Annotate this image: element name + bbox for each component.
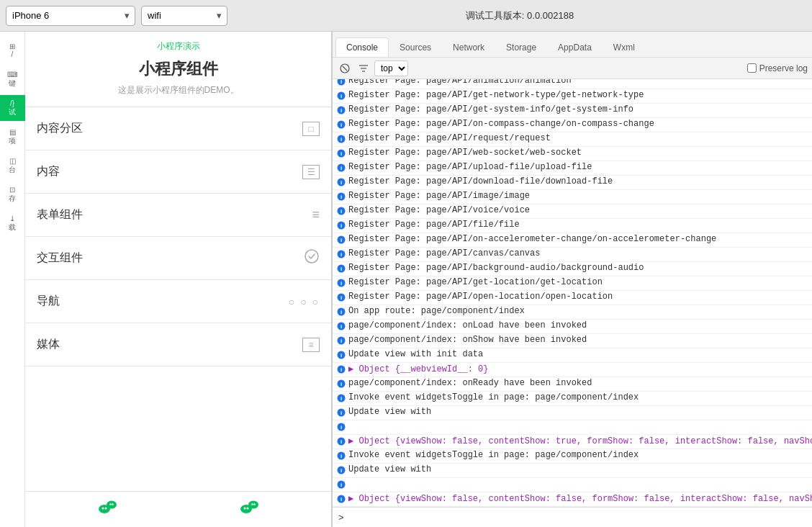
menu-item-icon-5: ≡ [302, 338, 320, 352]
console-text-6: Register Page: page/API/on-compass-chang… [348, 119, 808, 129]
app-title-large: 小程序组件 [37, 58, 320, 80]
console-line-23[interactable]: i▶ Object {__webviewId__: 0} [333, 363, 812, 377]
svg-point-3 [105, 507, 107, 509]
sidebar-icon-2: /} [10, 99, 14, 107]
sidebar-item-1[interactable]: ⌨ 键 [0, 66, 25, 92]
filter-icon[interactable] [356, 60, 371, 76]
console-info-icon-24: i [337, 379, 346, 390]
tab-sources[interactable]: Sources [389, 37, 442, 57]
sidebar-item-5[interactable]: ⊡ 存 [0, 181, 25, 207]
console-info-icon-16: i [337, 264, 346, 275]
svg-text:i: i [340, 208, 342, 215]
preserve-log-label: Preserve log [759, 63, 808, 73]
app-content: 小程序演示 小程序组件 这是展示小程序组件的DEMO。 内容分区 □ 内容 ☰ … [25, 32, 331, 527]
phone-panel: ⊞ / ⌨ 键 /} 试 ▤ 项 ◫ 台 ⊡ 存 [0, 32, 331, 527]
wechat-icon-right[interactable] [239, 497, 259, 522]
menu-list: 内容分区 □ 内容 ☰ 表单组件 ≡ 交互组件 [25, 107, 331, 491]
console-line-19: iOn app route: page/component/index [333, 305, 812, 320]
filter-select[interactable]: top all [374, 60, 408, 76]
svg-point-0 [305, 250, 318, 263]
svg-text:i: i [340, 424, 342, 431]
console-info-icon-8: i [337, 149, 346, 160]
svg-point-6 [112, 503, 114, 505]
console-text-4: Register Page: page/API/get-network-type… [348, 90, 808, 100]
svg-text:i: i [340, 496, 342, 503]
console-text-24: page/component/index: onReady have been … [348, 378, 808, 388]
console-line-17: iRegister Page: page/API/get-location/ge… [333, 276, 812, 291]
menu-item-0[interactable]: 内容分区 □ [25, 107, 331, 150]
main-area: ⊞ / ⌨ 键 /} 试 ▤ 项 ◫ 台 ⊡ 存 [0, 32, 812, 527]
console-info-icon-13: i [337, 221, 346, 232]
svg-text:i: i [340, 222, 342, 229]
console-line-28[interactable]: i▶ Object {viewShow: false, contentShow:… [333, 435, 812, 449]
tab-appdata[interactable]: AppData [547, 37, 603, 57]
console-line-24: ipage/component/index: onReady have been… [333, 377, 812, 392]
app-title-small: 小程序演示 [37, 40, 320, 53]
preserve-log-checkbox[interactable] [747, 63, 757, 73]
console-input-field[interactable] [348, 513, 806, 523]
sidebar-icon-4: ◫ [9, 157, 16, 165]
svg-text:i: i [340, 107, 342, 114]
sidebar-label-2: 试 [9, 107, 16, 117]
network-select-input[interactable]: wifi 4G 3G [141, 6, 227, 26]
console-input-bar: > [333, 507, 812, 527]
svg-text:i: i [340, 79, 342, 85]
console-line-32[interactable]: i▶ Object {viewShow: false, contentShow:… [333, 492, 812, 507]
menu-item-3[interactable]: 交互组件 [25, 237, 331, 280]
svg-text:i: i [340, 482, 342, 488]
device-selector[interactable]: iPhone 6 iPhone 5 iPhone X [6, 6, 135, 26]
wechat-icon-left[interactable] [97, 497, 117, 522]
menu-item-5[interactable]: 媒体 ≡ [25, 323, 331, 366]
menu-item-4[interactable]: 导航 ○ ○ ○ [25, 280, 331, 323]
console-content: iRegister Page: page/API/navigation-bar-… [333, 79, 812, 507]
console-text-20: page/component/index: onLoad have been i… [348, 320, 808, 330]
sidebar-item-6[interactable]: ⤓ 载 [0, 210, 25, 236]
console-text-7: Register Page: page/API/request/request [348, 133, 808, 143]
console-text-13: Register Page: page/API/file/file [348, 220, 808, 230]
tab-wxml[interactable]: Wxml [603, 37, 646, 57]
app-subtitle: 这是展示小程序组件的DEMO。 [37, 84, 320, 96]
svg-text:i: i [340, 122, 342, 128]
menu-item-label-4: 导航 [37, 294, 60, 309]
devtools-panel: Console Sources Network Storage AppData … [331, 32, 812, 527]
device-select-input[interactable]: iPhone 6 iPhone 5 iPhone X [6, 6, 135, 26]
console-text-23: ▶ Object {__webviewId__: 0} [348, 364, 808, 374]
sidebar-item-4[interactable]: ◫ 台 [0, 153, 25, 179]
console-line-27: i [333, 420, 812, 435]
console-text-22: Update view with init data [348, 349, 808, 359]
network-selector[interactable]: wifi 4G 3G [141, 6, 227, 26]
console-line-11: iRegister Page: page/API/image/image [333, 190, 812, 204]
clear-console-icon[interactable] [337, 60, 353, 76]
menu-item-icon-3 [304, 248, 320, 268]
svg-text:i: i [340, 453, 342, 459]
console-line-4: iRegister Page: page/API/get-network-typ… [333, 89, 812, 104]
top-bar: iPhone 6 iPhone 5 iPhone X wifi 4G 3G 调试… [0, 0, 812, 32]
svg-text:i: i [340, 366, 342, 373]
console-info-icon-18: i [337, 293, 346, 304]
tab-network[interactable]: Network [442, 37, 495, 57]
svg-text:i: i [340, 165, 342, 171]
sidebar-icon-3: ▤ [9, 128, 16, 136]
menu-item-1[interactable]: 内容 ☰ [25, 150, 331, 194]
svg-line-14 [343, 66, 347, 71]
tab-storage[interactable]: Storage [495, 37, 547, 57]
menu-item-icon-2: ≡ [312, 207, 320, 222]
sidebar-item-2[interactable]: /} 试 [0, 95, 25, 121]
console-text-3: Register Page: page/API/animation/animat… [348, 79, 808, 86]
console-info-icon-14: i [337, 235, 346, 246]
svg-point-11 [251, 503, 253, 505]
sidebar-icon-0: ⊞ [9, 42, 15, 50]
console-info-icon-15: i [337, 250, 346, 261]
menu-item-icon-1: ☰ [302, 165, 320, 179]
tab-console[interactable]: Console [335, 37, 389, 57]
console-info-icon-25: i [337, 394, 346, 405]
sidebar-item-3[interactable]: ▤ 项 [0, 124, 25, 150]
svg-text:i: i [340, 352, 342, 359]
console-line-26: iUpdate view with [333, 406, 812, 420]
sidebar-item-0[interactable]: ⊞ / [0, 37, 25, 63]
devtools-toolbar: top all Preserve log [333, 58, 812, 79]
svg-text:i: i [340, 237, 342, 243]
menu-item-2[interactable]: 表单组件 ≡ [25, 194, 331, 237]
console-info-icon-19: i [337, 307, 346, 318]
console-line-16: iRegister Page: page/API/background-audi… [333, 262, 812, 276]
